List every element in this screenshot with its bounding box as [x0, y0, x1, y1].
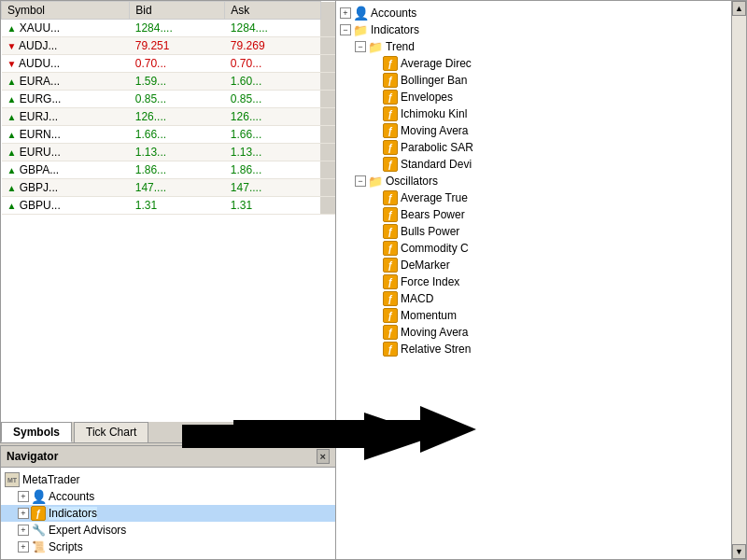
- indicator-icon: ƒ: [383, 291, 398, 306]
- indicator-icon: ƒ: [383, 56, 398, 71]
- tree-item-label: MACD: [401, 292, 433, 305]
- tree-item[interactable]: ƒParabolic SAR: [336, 139, 731, 156]
- expand-icon[interactable]: +: [18, 508, 29, 519]
- table-row[interactable]: ▲ GBPU... 1.31 1.31: [2, 197, 336, 215]
- tree-item[interactable]: ƒBulls Power: [336, 223, 731, 240]
- tree-item[interactable]: −📁Oscillators: [336, 173, 731, 189]
- cell-bid: 1.66...: [130, 126, 225, 144]
- tree-item[interactable]: ƒMoving Avera: [336, 324, 731, 341]
- table-row[interactable]: ▲ EURJ... 126.... 126....: [2, 108, 336, 126]
- tree-item-label: Bollinger Ban: [401, 74, 467, 87]
- tree-item[interactable]: ƒEnvelopes: [336, 89, 731, 105]
- navigator-item-scripts[interactable]: +📜Scripts: [1, 539, 335, 555]
- tree-item-label: Envelopes: [401, 91, 453, 104]
- arrow-up-icon: ▲: [7, 165, 17, 175]
- cell-ask: 1.86...: [225, 161, 320, 179]
- expand-icon[interactable]: −: [340, 24, 351, 35]
- table-row[interactable]: ▲ EURU... 1.13... 1.13...: [2, 144, 336, 161]
- nav-item-label: Accounts: [49, 490, 94, 503]
- tree-item[interactable]: ƒIchimoku Kinl: [336, 105, 731, 122]
- cell-ask: 147....: [225, 179, 320, 197]
- symbol-name: GBPJ...: [20, 181, 58, 194]
- navigator-item-expert-advisors[interactable]: +🔧Expert Advisors: [1, 522, 335, 539]
- tree-item[interactable]: ƒBollinger Ban: [336, 72, 731, 89]
- tree-item[interactable]: ƒStandard Devi: [336, 156, 731, 173]
- cell-bid: 1.31: [130, 197, 225, 215]
- tree-item[interactable]: ƒForce Index: [336, 273, 731, 290]
- indicator-icon: ƒ: [383, 207, 398, 222]
- indicator-icon: ƒ: [383, 157, 398, 172]
- expand-icon[interactable]: +: [18, 541, 29, 553]
- tree-item[interactable]: ƒAverage True: [336, 189, 731, 206]
- metatrader-icon: MT: [5, 472, 20, 487]
- folder-icon: 📁: [353, 22, 368, 37]
- symbol-name: EURA...: [20, 75, 60, 88]
- experts-icon: 🔧: [31, 523, 46, 538]
- cell-symbol: ▲ EURA...: [2, 73, 130, 91]
- expand-icon[interactable]: +: [18, 525, 29, 536]
- table-row[interactable]: ▼ AUDU... 0.70... 0.70...: [2, 55, 336, 73]
- scroll-down-button[interactable]: ▼: [732, 544, 746, 559]
- cell-symbol: ▲ EURJ...: [2, 108, 130, 126]
- tree-item-label: Moving Avera: [401, 326, 469, 339]
- cell-bid: 79.251: [130, 37, 225, 55]
- tree-item[interactable]: ƒMACD: [336, 290, 731, 307]
- arrow-down-icon: ▼: [7, 41, 17, 51]
- indicator-icon: ƒ: [383, 241, 398, 256]
- expand-icon[interactable]: +: [18, 491, 29, 502]
- cell-bid: 0.85...: [130, 91, 225, 108]
- table-row[interactable]: ▲ XAUU... 1284.... 1284....: [2, 20, 336, 37]
- arrow-up-icon: ▲: [7, 94, 17, 105]
- table-row[interactable]: ▼ AUDJ... 79.251 79.269: [2, 37, 336, 55]
- expand-icon[interactable]: +: [340, 7, 351, 19]
- cell-bid: 1.13...: [130, 144, 225, 161]
- tree-item[interactable]: ƒDeMarker: [336, 257, 731, 273]
- tab-tick-chart[interactable]: Tick Chart: [74, 422, 148, 442]
- expand-icon[interactable]: −: [355, 41, 366, 52]
- tree-item-label: Force Index: [401, 275, 459, 288]
- tree-item[interactable]: ƒRelative Stren: [336, 341, 731, 357]
- expand-icon[interactable]: −: [355, 175, 366, 187]
- symbol-name: AUDJ...: [19, 39, 57, 52]
- tree-item-label: Average True: [401, 191, 468, 204]
- tree-item[interactable]: +👤Accounts: [336, 5, 731, 21]
- cell-symbol: ▼ AUDU...: [2, 55, 130, 73]
- arrow-up-icon: ▲: [7, 183, 17, 193]
- cell-ask: 126....: [225, 108, 320, 126]
- table-row[interactable]: ▲ EURG... 0.85... 0.85...: [2, 91, 336, 108]
- navigator-close-button[interactable]: ×: [317, 449, 330, 464]
- indicator-icon: ƒ: [383, 258, 398, 273]
- cell-bid: 1.59...: [130, 73, 225, 91]
- tab-bar: Symbols Tick Chart: [0, 422, 336, 443]
- navigator-item-accounts[interactable]: +👤Accounts: [1, 488, 335, 505]
- table-row[interactable]: ▲ GBPA... 1.86... 1.86...: [2, 161, 336, 179]
- tree-item-label: Standard Devi: [401, 158, 472, 171]
- cell-ask: 1.13...: [225, 144, 320, 161]
- tree-item[interactable]: −📁Indicators: [336, 21, 731, 38]
- tree-item[interactable]: ƒMomentum: [336, 307, 731, 324]
- indicator-icon: ƒ: [383, 90, 398, 105]
- tab-symbols[interactable]: Symbols: [1, 422, 72, 442]
- scroll-up-button[interactable]: ▲: [732, 1, 746, 16]
- symbol-name: XAUU...: [20, 21, 60, 35]
- table-row[interactable]: ▲ EURN... 1.66... 1.66...: [2, 126, 336, 144]
- navigator-item-indicators[interactable]: +ƒIndicators: [1, 505, 335, 522]
- tree-item-label: Ichimoku Kinl: [401, 107, 467, 120]
- nav-item-label: MetaTrader: [22, 473, 80, 486]
- table-row[interactable]: ▲ GBPJ... 147.... 147....: [2, 179, 336, 197]
- tree-item[interactable]: ƒMoving Avera: [336, 122, 731, 139]
- right-scrollbar[interactable]: ▲ ▼: [731, 1, 746, 559]
- indicator-icon: ƒ: [383, 308, 398, 323]
- arrow-up-icon: ▲: [7, 147, 17, 158]
- arrow-up-icon: ▲: [7, 23, 17, 34]
- tree-item[interactable]: ƒAverage Direc: [336, 55, 731, 72]
- table-row[interactable]: ▲ EURA... 1.59... 1.60...: [2, 73, 336, 91]
- tree-item[interactable]: ƒBears Power: [336, 206, 731, 223]
- arrow-down-icon: ▼: [7, 59, 17, 69]
- tree-item[interactable]: ƒCommodity C: [336, 240, 731, 257]
- cell-ask: 0.85...: [225, 91, 320, 108]
- tree-item[interactable]: −📁Trend: [336, 38, 731, 55]
- tree-item-label: Bears Power: [401, 208, 465, 221]
- cell-ask: 1284....: [225, 20, 320, 37]
- navigator-item-metatrader[interactable]: MTMetaTrader: [1, 471, 335, 488]
